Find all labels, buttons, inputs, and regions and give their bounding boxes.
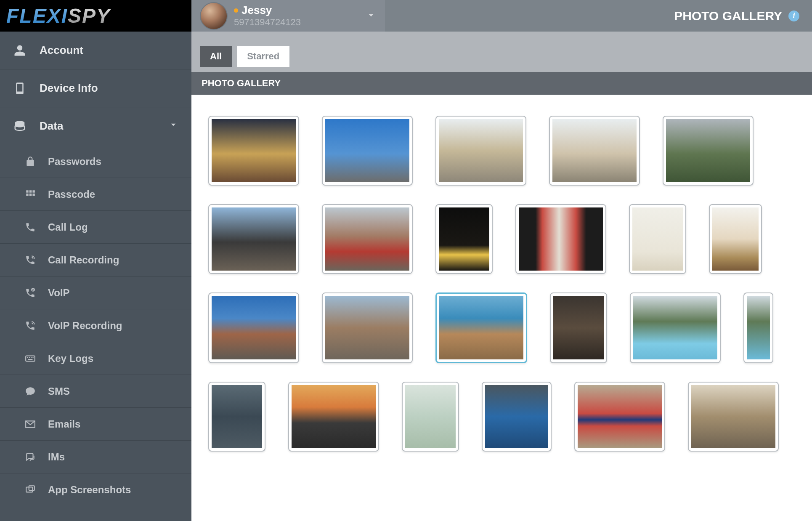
- photo-image: [439, 207, 489, 271]
- nav-device-info[interactable]: Device Info: [0, 69, 191, 107]
- photo-thumbnail[interactable]: [435, 204, 493, 274]
- photo-thumbnail[interactable]: [208, 204, 299, 274]
- svg-rect-12: [32, 357, 33, 358]
- photo-thumbnail[interactable]: [435, 292, 527, 363]
- svg-rect-13: [28, 359, 33, 360]
- sidebar: FLEXISPY Account Device Info Data: [0, 0, 191, 521]
- phone-recording-icon: [23, 255, 37, 266]
- gallery-grid: [208, 116, 795, 452]
- photo-thumbnail[interactable]: [688, 382, 779, 452]
- brand-logo: FLEXISPY: [0, 0, 191, 32]
- photo-thumbnail[interactable]: [550, 292, 607, 363]
- photo-image: [519, 207, 603, 271]
- nav-account[interactable]: Account: [0, 32, 191, 69]
- photo-thumbnail[interactable]: [743, 292, 773, 363]
- photo-image: [292, 385, 376, 448]
- user-id: 5971394724123: [234, 17, 301, 28]
- photo-thumbnail[interactable]: [208, 292, 299, 363]
- subnav-label: App Screenshots: [48, 484, 131, 496]
- subnav: Passwords Passcode Call Log Call Recordi…: [0, 145, 191, 506]
- voip-recording-icon: [23, 320, 37, 331]
- avatar: [200, 2, 228, 30]
- photo-image: [405, 385, 456, 448]
- brand-part1: FLEXI: [6, 4, 68, 27]
- user-dropdown[interactable]: Jessy 5971394724123: [191, 0, 385, 32]
- photo-image: [553, 296, 604, 359]
- photo-thumbnail[interactable]: [322, 292, 413, 363]
- photo-thumbnail[interactable]: [515, 204, 606, 274]
- topbar: Jessy 5971394724123 PHOTO GALLERY i: [191, 0, 812, 32]
- photo-image: [552, 119, 637, 182]
- subnav-voip-recording[interactable]: VoIP Recording: [0, 309, 191, 342]
- subnav-label: Emails: [48, 418, 80, 430]
- subnav-key-logs[interactable]: Key Logs: [0, 342, 191, 375]
- user-name: Jessy: [234, 4, 301, 17]
- svg-rect-11: [31, 357, 32, 358]
- photo-thumbnail[interactable]: [208, 116, 299, 186]
- subnav-label: Call Log: [48, 221, 88, 233]
- svg-rect-6: [32, 193, 34, 195]
- photo-image: [747, 296, 770, 359]
- tabs: All Starred: [191, 46, 812, 67]
- page-title: PHOTO GALLERY i: [674, 9, 812, 23]
- voip-icon: [23, 287, 37, 298]
- photo-image: [633, 296, 717, 359]
- photo-image: [691, 385, 775, 448]
- subnav-call-log[interactable]: Call Log: [0, 211, 191, 244]
- photo-image: [666, 119, 750, 182]
- phone-icon: [13, 82, 27, 95]
- subnav-label: Passcode: [48, 189, 95, 200]
- subnav-emails[interactable]: Emails: [0, 408, 191, 441]
- subnav-voip[interactable]: VoIP: [0, 276, 191, 309]
- photo-thumbnail[interactable]: [402, 382, 459, 452]
- photo-thumbnail[interactable]: [322, 204, 413, 274]
- photo-image: [325, 207, 409, 271]
- svg-rect-15: [29, 486, 34, 490]
- photo-thumbnail[interactable]: [322, 116, 413, 186]
- svg-rect-5: [29, 193, 32, 195]
- nav-data[interactable]: Data: [0, 107, 191, 145]
- subnav-app-screenshots[interactable]: App Screenshots: [0, 473, 191, 506]
- photo-thumbnail[interactable]: [574, 382, 665, 452]
- info-icon[interactable]: i: [788, 11, 799, 21]
- photo-image: [439, 119, 523, 182]
- subnav-sms[interactable]: SMS: [0, 375, 191, 408]
- svg-rect-8: [26, 356, 35, 361]
- svg-rect-4: [26, 193, 28, 195]
- tab-all[interactable]: All: [200, 46, 232, 67]
- brand-part2: SPY: [68, 4, 111, 27]
- photo-thumbnail[interactable]: [482, 382, 552, 452]
- chevron-down-icon: [366, 10, 377, 22]
- subnav-passcode[interactable]: Passcode: [0, 178, 191, 211]
- photo-thumbnail[interactable]: [709, 204, 762, 274]
- subnav-label: Passwords: [48, 156, 101, 167]
- photo-image: [325, 119, 409, 182]
- user-icon: [13, 44, 27, 57]
- photo-thumbnail[interactable]: [208, 382, 265, 452]
- subnav-label: VoIP Recording: [48, 320, 122, 332]
- photo-image: [632, 207, 683, 271]
- subnav-ims[interactable]: IMs: [0, 441, 191, 473]
- user-name-text: Jessy: [241, 4, 272, 17]
- photo-image: [212, 119, 296, 182]
- photo-image: [439, 296, 523, 359]
- subnav-label: VoIP: [48, 287, 70, 299]
- database-icon: [13, 120, 27, 133]
- photo-thumbnail[interactable]: [435, 116, 526, 186]
- phone-call-icon: [23, 222, 37, 233]
- nav-label: Device Info: [40, 82, 98, 95]
- subnav-passwords[interactable]: Passwords: [0, 145, 191, 178]
- svg-rect-1: [26, 190, 28, 192]
- photo-thumbnail[interactable]: [288, 382, 379, 452]
- tab-starred[interactable]: Starred: [237, 46, 289, 67]
- subnav-call-recording[interactable]: Call Recording: [0, 244, 191, 276]
- lock-icon: [23, 156, 37, 167]
- chevron-down-icon: [168, 119, 179, 133]
- status-dot-icon: [234, 8, 238, 13]
- photo-thumbnail[interactable]: [630, 292, 721, 363]
- photo-thumbnail[interactable]: [629, 204, 686, 274]
- subnav-label: SMS: [48, 385, 70, 397]
- subnav-label: Call Recording: [48, 254, 119, 266]
- photo-thumbnail[interactable]: [663, 116, 754, 186]
- photo-thumbnail[interactable]: [549, 116, 640, 186]
